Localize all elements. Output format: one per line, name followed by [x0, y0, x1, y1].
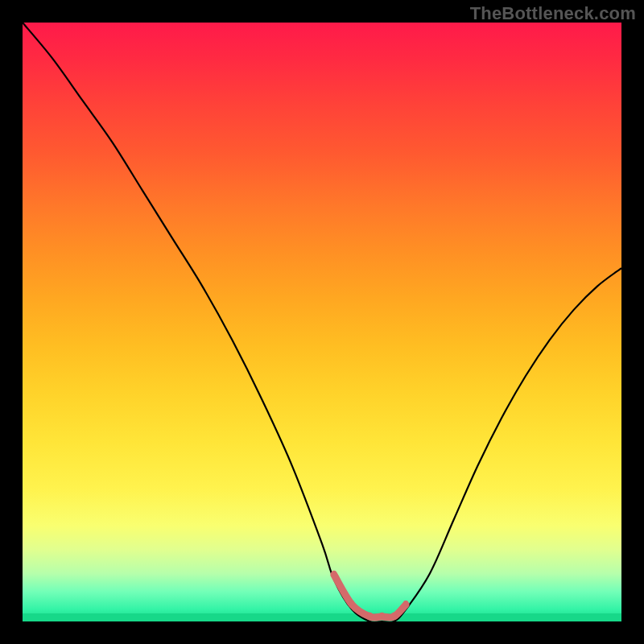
svg-point-0	[332, 571, 336, 576]
plot-area	[23, 23, 621, 621]
svg-point-5	[403, 601, 408, 605]
svg-point-1	[349, 601, 354, 605]
chart-frame: TheBottleneck.com	[0, 0, 644, 644]
svg-point-4	[391, 613, 396, 617]
valley-accent	[23, 23, 621, 621]
svg-point-3	[379, 613, 384, 617]
watermark-text: TheBottleneck.com	[470, 3, 636, 24]
svg-point-2	[367, 613, 372, 617]
